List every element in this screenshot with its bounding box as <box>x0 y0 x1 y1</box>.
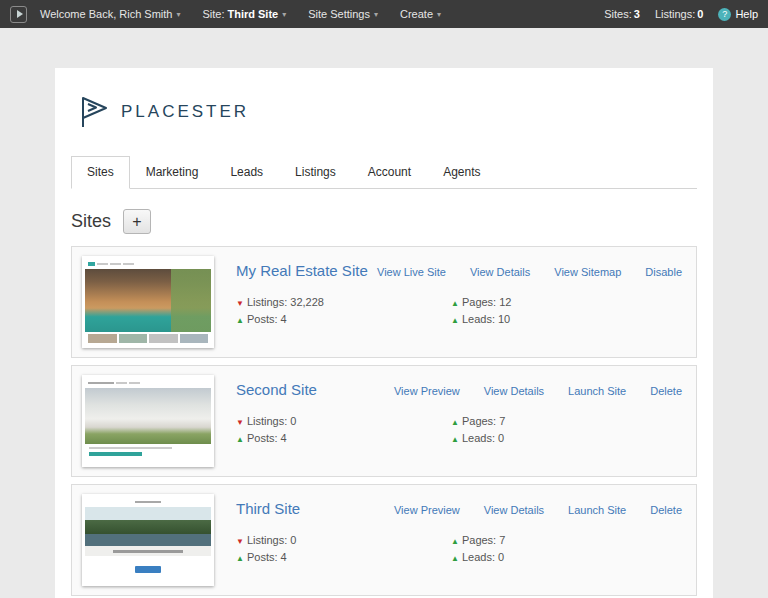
site-selector-menu[interactable]: Site: Third Site ▾ <box>202 8 286 20</box>
action-view-details[interactable]: View Details <box>470 266 530 278</box>
action-delete[interactable]: Delete <box>650 385 682 397</box>
listings-counter-label: Listings: <box>655 8 695 20</box>
site-thumbnail-art <box>85 378 211 464</box>
placester-mark-icon[interactable] <box>10 6 27 23</box>
action-view-preview[interactable]: View Preview <box>394 385 460 397</box>
topbar-right: Sites:3 Listings:0 ? Help <box>604 8 758 21</box>
site-row-body: My Real Estate Site View Live Site View … <box>214 256 686 348</box>
stat-value: 0 <box>290 415 296 427</box>
stat-listings: ▼Listings:0 <box>236 534 451 546</box>
help-label: Help <box>735 8 758 20</box>
stat-value: 4 <box>281 432 287 444</box>
topbar-menus: Welcome Back, Rich Smith ▾ Site: Third S… <box>40 8 441 20</box>
site-row: My Real Estate Site View Live Site View … <box>71 246 697 358</box>
site-row-body: Third Site View Preview View Details Lau… <box>214 494 686 586</box>
stat-leads: ▲Leads:10 <box>451 313 511 325</box>
stat-posts: ▲Posts:4 <box>236 551 451 563</box>
listings-counter: Listings:0 <box>655 8 703 20</box>
stat-pages: ▲Pages:12 <box>451 296 511 308</box>
action-disable[interactable]: Disable <box>645 266 682 278</box>
stat-value: 12 <box>499 296 511 308</box>
stat-listings: ▼Listings:32,228 <box>236 296 451 308</box>
stat-value: 7 <box>499 534 505 546</box>
brand-name: PLACESTER <box>121 102 249 122</box>
trend-up-icon: ▲ <box>451 554 459 563</box>
stat-pages: ▲Pages:7 <box>451 415 505 427</box>
action-launch-site[interactable]: Launch Site <box>568 504 626 516</box>
stat-posts: ▲Posts:4 <box>236 313 451 325</box>
action-view-details[interactable]: View Details <box>484 504 544 516</box>
user-menu-label: Welcome Back, Rich Smith <box>40 8 172 20</box>
site-thumbnail[interactable] <box>82 494 214 586</box>
sites-counter: Sites:3 <box>604 8 640 20</box>
placester-logo-icon <box>79 96 109 128</box>
action-view-details[interactable]: View Details <box>484 385 544 397</box>
tab-sites[interactable]: Sites <box>71 156 130 189</box>
caret-down-icon: ▾ <box>374 10 378 19</box>
create-menu[interactable]: Create ▾ <box>400 8 441 20</box>
action-delete[interactable]: Delete <box>650 504 682 516</box>
trend-up-icon: ▲ <box>236 435 244 444</box>
site-settings-menu[interactable]: Site Settings ▾ <box>308 8 378 20</box>
stat-label: Pages: <box>462 296 496 308</box>
stat-label: Listings: <box>247 415 287 427</box>
trend-up-icon: ▲ <box>451 435 459 444</box>
site-stats: ▼Listings:0 ▲Posts:4 ▲Pages:7 ▲Leads:0 <box>236 531 682 565</box>
create-label: Create <box>400 8 433 20</box>
topbar: Welcome Back, Rich Smith ▾ Site: Third S… <box>0 0 768 28</box>
stat-label: Leads: <box>462 432 495 444</box>
site-actions: View Preview View Details Launch Site De… <box>394 504 682 516</box>
tab-leads[interactable]: Leads <box>214 156 279 189</box>
stat-label: Leads: <box>462 313 495 325</box>
user-menu[interactable]: Welcome Back, Rich Smith ▾ <box>40 8 180 20</box>
page-head: Sites + <box>71 209 697 234</box>
site-name-link[interactable]: Second Site <box>236 381 317 398</box>
site-thumbnail[interactable] <box>82 256 214 348</box>
stat-label: Pages: <box>462 534 496 546</box>
action-view-live-site[interactable]: View Live Site <box>377 266 446 278</box>
site-settings-label: Site Settings <box>308 8 370 20</box>
site-selector-current: Third Site <box>227 8 278 20</box>
site-thumbnail-art <box>85 497 211 583</box>
help-icon: ? <box>718 8 731 21</box>
trend-up-icon: ▲ <box>451 537 459 546</box>
stat-label: Leads: <box>462 551 495 563</box>
trend-up-icon: ▲ <box>451 316 459 325</box>
site-row-body: Second Site View Preview View Details La… <box>214 375 686 467</box>
tab-agents[interactable]: Agents <box>427 156 496 189</box>
trend-down-icon: ▼ <box>236 299 244 308</box>
tab-account[interactable]: Account <box>352 156 427 189</box>
add-site-button[interactable]: + <box>123 209 151 234</box>
stat-value: 0 <box>290 534 296 546</box>
stat-value: 32,228 <box>290 296 324 308</box>
caret-down-icon: ▾ <box>176 10 180 19</box>
site-name-link[interactable]: Third Site <box>236 500 300 517</box>
stat-leads: ▲Leads:0 <box>451 551 505 563</box>
trend-up-icon: ▲ <box>236 316 244 325</box>
trend-down-icon: ▼ <box>236 418 244 427</box>
site-thumbnail-art <box>85 259 211 345</box>
caret-down-icon: ▾ <box>437 10 441 19</box>
tab-listings[interactable]: Listings <box>279 156 352 189</box>
brand-header: PLACESTER <box>55 68 713 148</box>
site-thumbnail[interactable] <box>82 375 214 467</box>
content-area: Sites + My Real Estate Site View Live Si… <box>55 189 713 598</box>
site-row: Third Site View Preview View Details Lau… <box>71 484 697 596</box>
site-stats: ▼Listings:0 ▲Posts:4 ▲Pages:7 ▲Leads:0 <box>236 412 682 446</box>
stat-label: Posts: <box>247 432 278 444</box>
site-name-link[interactable]: My Real Estate Site <box>236 262 368 279</box>
trend-up-icon: ▲ <box>451 418 459 427</box>
tab-bar: Sites Marketing Leads Listings Account A… <box>71 156 697 189</box>
help-button[interactable]: ? Help <box>718 8 758 21</box>
stat-value: 10 <box>498 313 510 325</box>
action-view-preview[interactable]: View Preview <box>394 504 460 516</box>
site-actions: View Preview View Details Launch Site De… <box>394 385 682 397</box>
stat-leads: ▲Leads:0 <box>451 432 505 444</box>
action-view-sitemap[interactable]: View Sitemap <box>554 266 621 278</box>
sites-counter-value: 3 <box>634 8 640 20</box>
action-launch-site[interactable]: Launch Site <box>568 385 626 397</box>
site-actions: View Live Site View Details View Sitemap… <box>377 266 682 278</box>
tab-marketing[interactable]: Marketing <box>130 156 215 189</box>
listings-counter-value: 0 <box>697 8 703 20</box>
stat-label: Listings: <box>247 296 287 308</box>
